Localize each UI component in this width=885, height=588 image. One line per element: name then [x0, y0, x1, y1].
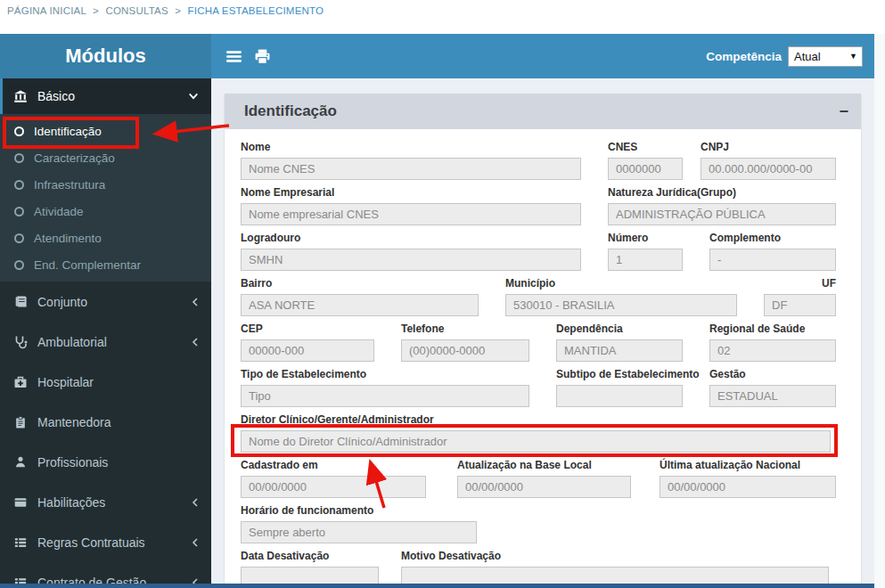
print-icon[interactable]: [254, 48, 271, 65]
dependencia-input: [556, 339, 683, 362]
sidebar-item-label: Infraestrutura: [34, 178, 105, 192]
atualizacao-base-local-label: Atualização na Base Local: [457, 459, 631, 472]
sidebar-item-hospitalar[interactable]: Hospitalar: [0, 362, 211, 402]
dependencia-label: Dependência: [556, 323, 683, 336]
motivo-desativacao-label: Motivo Desativação: [401, 550, 829, 563]
clipboard-icon: [12, 415, 29, 429]
complemento-input: [709, 249, 836, 271]
field-data-desativacao: Data Desativação: [241, 550, 379, 588]
field-dependencia: Dependência: [556, 323, 683, 362]
cnpj-label: CNPJ: [701, 141, 836, 154]
app-window: Módulos Competência Atual ▼ Básico: [0, 34, 874, 588]
navbar: Módulos Competência Atual ▼: [0, 34, 874, 78]
sidebar-item-habilitacoes[interactable]: Habilitações: [0, 482, 211, 522]
nome-label: Nome: [241, 141, 581, 154]
field-cnes: CNES: [608, 141, 683, 180]
sidebar-item-label: End. Complementar: [34, 258, 141, 272]
menu-toggle-icon[interactable]: [225, 48, 242, 65]
stethoscope-icon: [12, 335, 29, 349]
tipo-estabelecimento-input: [241, 385, 529, 407]
sidebar-item-ambulatorial[interactable]: Ambulatorial: [0, 322, 211, 362]
telefone-input: [401, 339, 529, 362]
field-uf: UF: [764, 277, 836, 316]
sidebar-item-infraestrutura[interactable]: Infraestrutura: [0, 171, 211, 198]
field-telefone: Telefone: [401, 323, 529, 362]
panel-header: Identificação −: [225, 94, 861, 129]
logradouro-label: Logradouro: [241, 232, 581, 245]
cadastrado-em-label: Cadastrado em: [241, 459, 426, 472]
field-subtipo-estabelecimento: Subtipo de Estabelecimento: [556, 368, 683, 407]
field-nome-empresarial: Nome Empresarial: [241, 186, 581, 225]
sidebar-item-end-complementar[interactable]: End. Complementar: [0, 251, 211, 278]
sidebar-item-label: Habilitações: [37, 495, 105, 510]
sidebar-item-basico[interactable]: Básico: [0, 78, 211, 114]
card-icon: [12, 495, 29, 510]
competencia-select[interactable]: Atual ▼: [788, 46, 863, 67]
person-icon: [12, 455, 29, 470]
sidebar-item-identificacao[interactable]: Identificação: [0, 118, 211, 144]
sidebar-item-conjunto[interactable]: Conjunto: [0, 282, 211, 322]
cep-input: [241, 339, 374, 362]
breadcrumb-separator: >: [93, 5, 99, 16]
bairro-label: Bairro: [241, 277, 479, 290]
competencia-selected-value: Atual: [794, 50, 821, 63]
logradouro-input: [241, 249, 581, 271]
sidebar-item-regras-contratuais[interactable]: Regras Contratuais: [0, 522, 211, 562]
breadcrumb: PÁGINA INICIAL > CONSULTAS > FICHA ESTAB…: [0, 0, 885, 34]
breadcrumb-separator: >: [175, 5, 181, 16]
sidebar-item-label: Atendimento: [34, 232, 102, 245]
nome-empresarial-label: Nome Empresarial: [241, 186, 581, 200]
panel-body: Nome CNES CNPJ Nome Empresarial: [225, 129, 861, 588]
sidebar-item-label: Identificação: [34, 125, 102, 138]
numero-input: [608, 249, 683, 271]
circle-icon: [14, 233, 24, 243]
identificacao-panel: Identificação − Nome CNES CNPJ: [225, 94, 861, 588]
chevron-down-icon: [188, 93, 199, 101]
uf-label: UF: [764, 277, 836, 290]
horario-funcionamento-label: Horário de funcionamento: [241, 504, 477, 518]
nome-input: [241, 158, 581, 180]
circle-icon: [14, 153, 24, 163]
field-logradouro: Logradouro: [241, 232, 581, 271]
ultima-atualizacao-nacional-label: Última atualização Nacional: [660, 459, 836, 472]
sidebar-item-mantenedora[interactable]: Mantenedora: [0, 402, 211, 442]
field-numero: Número: [608, 232, 683, 271]
sidebar-menu: Básico Identificação Caracterização Infr…: [0, 78, 211, 588]
diretor-label: Diretor Clínico/Gerente/Administrador: [241, 413, 831, 427]
municipio-input: [505, 294, 737, 316]
telefone-label: Telefone: [401, 323, 529, 336]
cnpj-input: [701, 158, 836, 180]
regional-saude-label: Regional de Saúde: [709, 323, 836, 336]
sidebar-item-label: Básico: [37, 89, 75, 103]
regional-saude-input: [709, 339, 836, 362]
sidebar-item-caracterizacao[interactable]: Caracterização: [0, 144, 211, 171]
sidebar-item-label: Regras Contratuais: [37, 535, 145, 550]
bairro-input: [241, 294, 479, 316]
collapse-button[interactable]: −: [839, 103, 848, 119]
bottom-edge-bar: [0, 584, 874, 588]
field-horario-funcionamento: Horário de funcionamento: [241, 504, 477, 543]
cadastrado-em-input: [241, 476, 426, 498]
subtipo-estabelecimento-label: Subtipo de Estabelecimento: [556, 368, 683, 381]
breadcrumb-pagina-inicial[interactable]: PÁGINA INICIAL: [7, 5, 86, 16]
breadcrumb-consultas[interactable]: CONSULTAS: [105, 5, 168, 16]
sidebar-item-label: Mantenedora: [37, 415, 111, 429]
field-natureza-juridica: Natureza Jurídica(Grupo): [608, 186, 836, 225]
main-content: Identificação − Nome CNES CNPJ: [211, 78, 874, 588]
numero-label: Número: [608, 232, 683, 245]
field-bairro: Bairro: [241, 277, 479, 316]
circle-icon: [14, 127, 24, 136]
field-municipio: Município: [505, 277, 737, 316]
sidebar-item-atendimento[interactable]: Atendimento: [0, 225, 211, 251]
natureza-juridica-input: [608, 203, 836, 225]
field-cep: CEP: [241, 323, 374, 362]
circle-icon: [14, 180, 24, 190]
sidebar-item-atividade[interactable]: Atividade: [0, 198, 211, 225]
cep-label: CEP: [241, 323, 374, 336]
gestao-label: Gestão: [709, 368, 836, 381]
sidebar-item-profissionais[interactable]: Profissionais: [0, 442, 211, 482]
bank-icon: [12, 89, 29, 103]
field-atualizacao-base-local: Atualização na Base Local: [457, 459, 631, 498]
field-complemento: Complemento: [709, 232, 836, 271]
chevron-down-icon: ▼: [849, 52, 857, 61]
